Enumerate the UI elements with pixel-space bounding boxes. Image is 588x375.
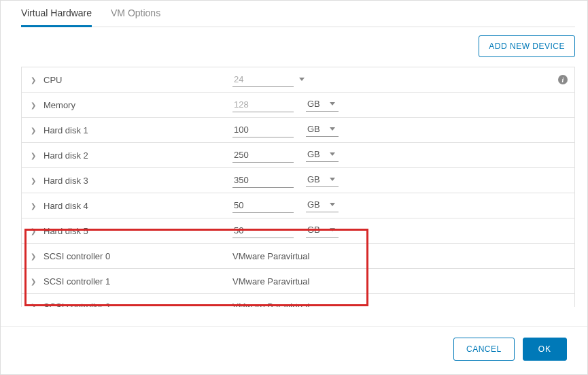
hardware-table: ❯ CPU i ❯ Memory bbox=[21, 67, 575, 307]
cpu-dropdown[interactable] bbox=[299, 78, 307, 82]
chevron-right-icon[interactable]: ❯ bbox=[29, 127, 38, 134]
chevron-down-icon bbox=[330, 228, 335, 231]
chevron-right-icon[interactable]: ❯ bbox=[29, 303, 38, 308]
hd5-unit-select[interactable]: GB bbox=[306, 225, 339, 238]
info-icon[interactable]: i bbox=[558, 75, 568, 84]
tab-vm-options[interactable]: VM Options bbox=[111, 1, 160, 27]
scsi2-value: VMware Paravirtual bbox=[232, 301, 309, 308]
row-hard-disk-4: ❯ Hard disk 4 GB bbox=[22, 193, 574, 218]
row-hard-disk-5: ❯ Hard disk 5 GB bbox=[22, 218, 574, 244]
scsi1-label: SCSI controller 1 bbox=[44, 276, 110, 287]
chevron-down-icon bbox=[299, 78, 305, 81]
hd1-unit-select[interactable]: GB bbox=[306, 124, 339, 137]
chevron-right-icon[interactable]: ❯ bbox=[29, 152, 38, 159]
cancel-button[interactable]: CANCEL bbox=[453, 338, 515, 361]
chevron-right-icon[interactable]: ❯ bbox=[29, 202, 38, 210]
chevron-right-icon[interactable]: ❯ bbox=[29, 177, 38, 184]
dialog-footer: CANCEL OK bbox=[1, 326, 587, 374]
row-hard-disk-3: ❯ Hard disk 3 GB bbox=[22, 168, 574, 193]
scsi2-label: SCSI controller 2 bbox=[44, 301, 110, 308]
hd1-value-input[interactable] bbox=[232, 123, 294, 137]
chevron-right-icon[interactable]: ❯ bbox=[29, 227, 38, 235]
hd4-unit-select[interactable]: GB bbox=[306, 199, 339, 212]
hd2-label: Hard disk 2 bbox=[44, 150, 88, 161]
chevron-right-icon[interactable]: ❯ bbox=[29, 76, 38, 84]
cpu-label: CPU bbox=[44, 75, 62, 85]
chevron-down-icon bbox=[330, 127, 335, 131]
row-hard-disk-1: ❯ Hard disk 1 GB bbox=[22, 118, 574, 143]
row-cpu: ❯ CPU i bbox=[22, 67, 574, 93]
row-scsi-controller-2: ❯ SCSI controller 2 VMware Paravirtual bbox=[22, 294, 574, 307]
chevron-right-icon[interactable]: ❯ bbox=[29, 101, 38, 109]
scsi1-value: VMware Paravirtual bbox=[232, 276, 309, 287]
hd2-unit-label: GB bbox=[307, 149, 320, 159]
memory-label: Memory bbox=[44, 100, 75, 110]
row-memory: ❯ Memory GB bbox=[22, 93, 574, 118]
scsi0-value: VMware Paravirtual bbox=[232, 251, 309, 261]
hd3-unit-select[interactable]: GB bbox=[306, 174, 339, 187]
chevron-down-icon bbox=[330, 203, 335, 206]
hd3-label: Hard disk 3 bbox=[44, 176, 88, 186]
ok-button[interactable]: OK bbox=[523, 338, 567, 361]
dialog-scroll-area[interactable]: Virtual Hardware VM Options ADD NEW DEVI… bbox=[1, 1, 587, 307]
chevron-right-icon[interactable]: ❯ bbox=[29, 278, 38, 285]
hd4-label: Hard disk 4 bbox=[44, 201, 88, 211]
add-device-row: ADD NEW DEVICE bbox=[21, 35, 575, 57]
hd1-label: Hard disk 1 bbox=[44, 125, 88, 135]
hd5-unit-label: GB bbox=[307, 225, 320, 235]
add-new-device-button[interactable]: ADD NEW DEVICE bbox=[479, 35, 575, 57]
chevron-right-icon[interactable]: ❯ bbox=[29, 252, 38, 260]
hd4-unit-label: GB bbox=[307, 199, 320, 210]
chevron-down-icon bbox=[330, 102, 335, 105]
hd5-value-input[interactable] bbox=[232, 223, 294, 238]
hd2-unit-select[interactable]: GB bbox=[306, 149, 339, 162]
vm-edit-dialog: Virtual Hardware VM Options ADD NEW DEVI… bbox=[0, 0, 588, 375]
hd3-value-input[interactable] bbox=[232, 173, 294, 188]
memory-unit-select[interactable]: GB bbox=[306, 99, 339, 112]
memory-value-input[interactable] bbox=[232, 97, 294, 112]
hd4-value-input[interactable] bbox=[232, 198, 294, 213]
hd3-unit-label: GB bbox=[307, 174, 320, 184]
memory-unit-label: GB bbox=[307, 99, 320, 109]
chevron-down-icon bbox=[330, 178, 335, 181]
tab-virtual-hardware[interactable]: Virtual Hardware bbox=[21, 1, 92, 27]
chevron-down-icon bbox=[330, 152, 335, 156]
hd1-unit-label: GB bbox=[307, 124, 320, 134]
hd2-value-input[interactable] bbox=[232, 148, 294, 163]
hd5-label: Hard disk 5 bbox=[44, 226, 88, 236]
row-scsi-controller-1: ❯ SCSI controller 1 VMware Paravirtual bbox=[22, 269, 574, 294]
cpu-value-input[interactable] bbox=[232, 72, 294, 87]
scsi0-label: SCSI controller 0 bbox=[44, 251, 110, 261]
row-scsi-controller-0: ❯ SCSI controller 0 VMware Paravirtual bbox=[22, 244, 574, 269]
tab-bar: Virtual Hardware VM Options bbox=[21, 1, 575, 27]
row-hard-disk-2: ❯ Hard disk 2 GB bbox=[22, 143, 574, 168]
